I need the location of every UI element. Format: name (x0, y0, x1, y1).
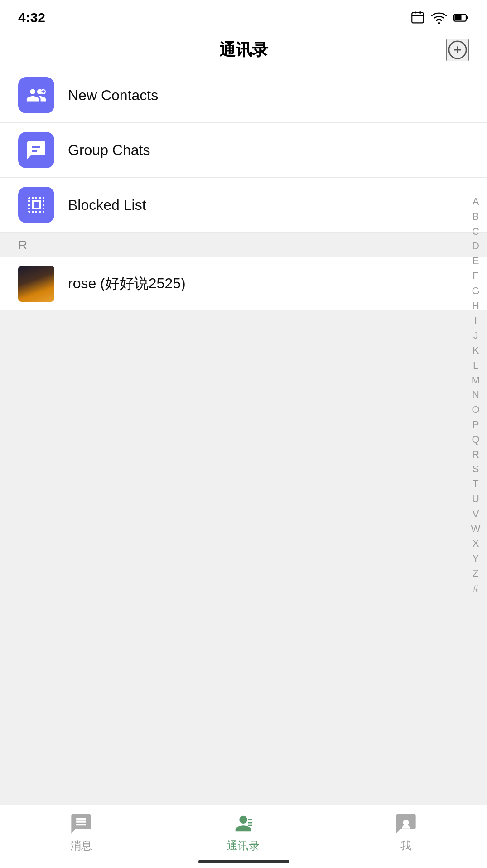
alpha-c[interactable]: C (469, 225, 482, 239)
nav-messages-icon (69, 811, 94, 836)
battery-icon (453, 10, 469, 26)
calendar-icon (410, 10, 425, 25)
contact-avatar-rose (18, 266, 54, 302)
wifi-icon (431, 10, 447, 26)
add-contact-button[interactable] (446, 39, 469, 61)
new-contacts-label: New Contacts (68, 87, 158, 104)
group-chats-icon-bg (18, 132, 54, 168)
alpha-n[interactable]: N (469, 388, 482, 402)
alpha-hash[interactable]: # (469, 582, 482, 596)
plus-circle-icon (447, 39, 468, 61)
blocked-list-label: Blocked List (68, 197, 146, 213)
group-chats-label: Group Chats (68, 142, 150, 159)
nav-contacts-label: 通讯录 (227, 839, 260, 853)
blocked-icon (25, 194, 47, 216)
alpha-k[interactable]: K (469, 344, 482, 358)
alpha-e[interactable]: E (469, 254, 482, 268)
alpha-v[interactable]: V (469, 507, 482, 521)
section-letter-r: R (18, 238, 27, 252)
alpha-d[interactable]: D (469, 239, 482, 253)
group-chat-icon (25, 139, 47, 161)
alpha-t[interactable]: T (469, 477, 482, 491)
page-title: 通讯录 (219, 39, 268, 61)
nav-item-me[interactable]: 我 (325, 811, 487, 853)
blocked-list-item[interactable]: Blocked List (0, 178, 487, 233)
svg-rect-6 (455, 15, 462, 20)
nav-item-contacts[interactable]: 通讯录 (162, 811, 324, 853)
alpha-w[interactable]: W (469, 522, 482, 536)
svg-rect-0 (412, 13, 424, 23)
nav-me-icon (393, 811, 418, 836)
content-area: New Contacts Group Chats Blocked List R (0, 68, 487, 805)
alpha-z[interactable]: Z (469, 567, 482, 581)
alpha-y[interactable]: Y (469, 552, 482, 566)
blocked-list-icon-bg (18, 187, 54, 223)
alpha-s[interactable]: S (469, 462, 482, 476)
nav-item-messages[interactable]: 消息 (0, 811, 162, 853)
alpha-b[interactable]: B (469, 210, 482, 224)
alpha-j[interactable]: J (469, 329, 482, 343)
alpha-q[interactable]: Q (469, 433, 482, 447)
new-contacts-item[interactable]: New Contacts (0, 68, 487, 123)
bottom-nav: 消息 通讯录 我 (0, 805, 487, 868)
group-chats-item[interactable]: Group Chats (0, 123, 487, 178)
alpha-i[interactable]: I (469, 314, 482, 328)
svg-point-4 (438, 22, 440, 24)
new-contacts-icon-bg (18, 77, 54, 113)
alpha-m[interactable]: M (469, 373, 482, 388)
alpha-p[interactable]: P (469, 418, 482, 432)
nav-me-label: 我 (400, 839, 411, 853)
nav-contacts-icon (231, 811, 256, 836)
alpha-a[interactable]: A (469, 195, 482, 209)
alpha-r[interactable]: R (469, 448, 482, 462)
alpha-o[interactable]: O (469, 403, 482, 417)
contact-name-rose: rose (好好说2525) (68, 274, 186, 294)
empty-space (0, 310, 487, 718)
section-header-r: R (0, 233, 487, 257)
status-bar: 4:32 (0, 0, 487, 32)
status-icons (410, 10, 469, 26)
alphabet-index: A B C D E F G H I J K L M N O P Q R S T … (469, 195, 482, 596)
scrollable-list: New Contacts Group Chats Blocked List R (0, 68, 487, 805)
avatar-image-rose (18, 266, 54, 302)
header: 通讯录 (0, 32, 487, 68)
home-indicator (198, 860, 289, 863)
nav-messages-label: 消息 (70, 839, 92, 853)
status-time: 4:32 (18, 10, 45, 25)
alpha-f[interactable]: F (469, 269, 482, 283)
alpha-x[interactable]: X (469, 537, 482, 551)
contact-item-rose[interactable]: rose (好好说2525) (0, 257, 487, 310)
alpha-l[interactable]: L (469, 359, 482, 373)
alpha-u[interactable]: U (469, 492, 482, 506)
alpha-h[interactable]: H (469, 299, 482, 313)
alpha-g[interactable]: G (469, 284, 482, 298)
person-add-icon (26, 85, 47, 106)
